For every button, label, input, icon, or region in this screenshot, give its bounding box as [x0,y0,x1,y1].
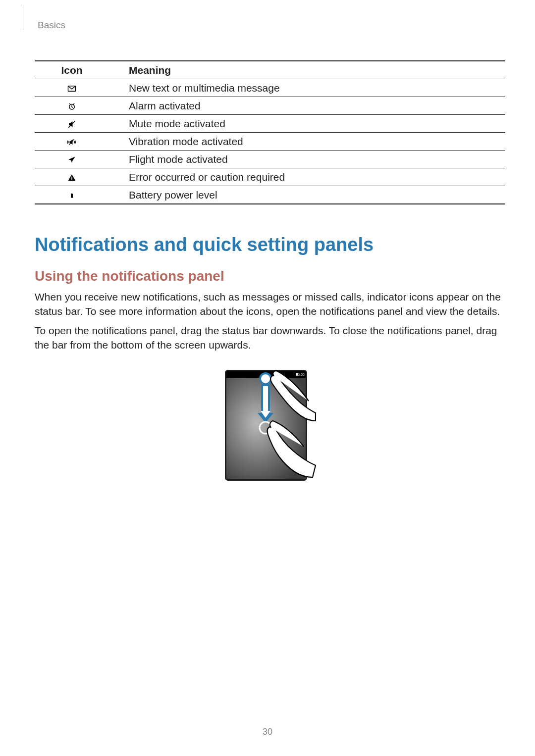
table-row: Mute mode activated [35,115,505,133]
statusbar-time: 10:00 [296,373,305,376]
body-paragraph: When you receive new notifications, such… [35,290,505,319]
breadcrumb: Basics [38,20,505,31]
mute-icon [67,118,76,129]
body-paragraph: To open the notifications panel, drag th… [35,324,505,353]
table-cell-meaning: Mute mode activated [114,115,505,133]
table-row: Flight mode activated [35,151,505,168]
svg-rect-5 [71,179,72,180]
table-row: Vibration mode activated [35,133,505,151]
table-header-meaning: Meaning [114,61,505,79]
table-cell-meaning: Alarm activated [114,97,505,115]
swipe-down-illustration: 10:00 [35,369,505,483]
airplane-icon [67,154,76,164]
crop-mark [23,5,32,30]
svg-rect-6 [71,194,73,198]
table-cell-meaning: Vibration mode activated [114,133,505,151]
table-cell-meaning: Flight mode activated [114,151,505,168]
message-icon [67,83,76,93]
table-cell-meaning: Error occurred or caution required [114,168,505,186]
table-header-row: Icon Meaning [35,61,505,79]
vibration-icon [66,136,77,147]
table-row: Alarm activated [35,97,505,115]
section-title: Notifications and quick setting panels [35,234,505,255]
table-cell-meaning: New text or multimedia message [114,79,505,97]
warning-icon [67,172,76,182]
svg-rect-7 [71,194,72,194]
table-row: Battery power level [35,186,505,204]
icon-meaning-table: Icon Meaning New text or multimedia mess… [35,60,505,204]
alarm-icon [67,101,76,111]
page-number: 30 [0,727,535,737]
svg-point-20 [261,374,270,383]
table-row: Error occurred or caution required [35,168,505,186]
subsection-title: Using the notifications panel [35,268,505,284]
battery-icon [69,190,75,200]
table-cell-meaning: Battery power level [114,186,505,204]
svg-rect-17 [263,386,268,412]
svg-rect-4 [71,177,72,179]
table-row: New text or multimedia message [35,79,505,97]
table-header-icon: Icon [35,61,114,79]
